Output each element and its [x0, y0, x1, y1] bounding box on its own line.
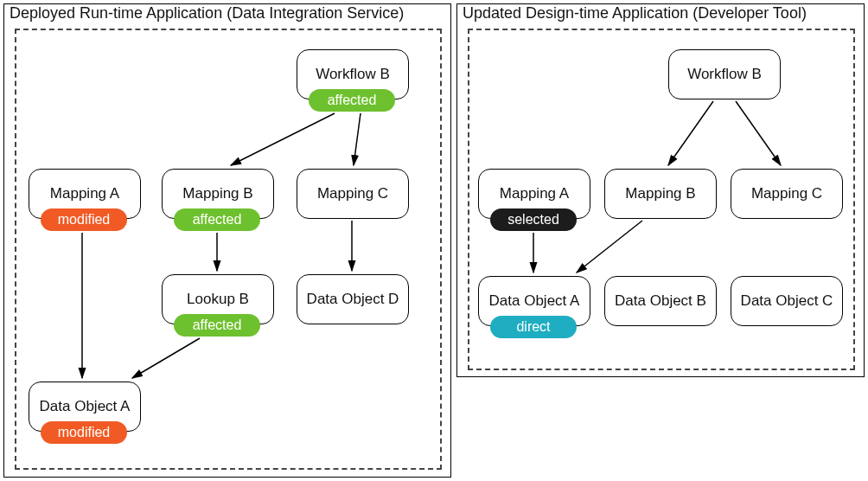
designtime-title: Updated Design-time Application (Develop…: [463, 4, 807, 22]
designtime-panel: Updated Design-time Application (Develop…: [456, 3, 865, 377]
node-data-object-b-r: Data Object B: [604, 276, 717, 326]
node-mapping-c-r: Mapping C: [731, 169, 843, 219]
node-data-object-d: Data Object D: [297, 274, 409, 324]
tag-workflow-b: affected: [309, 89, 395, 112]
tag-mapping-b: affected: [174, 208, 260, 231]
tag-mapping-a-r: selected: [490, 208, 577, 231]
tag-data-object-a-r: direct: [490, 316, 577, 338]
runtime-title: Deployed Run-time Application (Data Inte…: [10, 4, 404, 22]
node-mapping-b-r: Mapping B: [604, 169, 717, 219]
runtime-panel: Deployed Run-time Application (Data Inte…: [3, 3, 451, 478]
node-mapping-c: Mapping C: [297, 169, 409, 219]
node-workflow-b-r: Workflow B: [668, 49, 781, 99]
node-data-object-c-r: Data Object C: [731, 276, 843, 326]
tag-lookup-b: affected: [174, 314, 260, 337]
tag-mapping-a: modified: [41, 208, 127, 231]
tag-data-object-a: modified: [41, 421, 127, 444]
